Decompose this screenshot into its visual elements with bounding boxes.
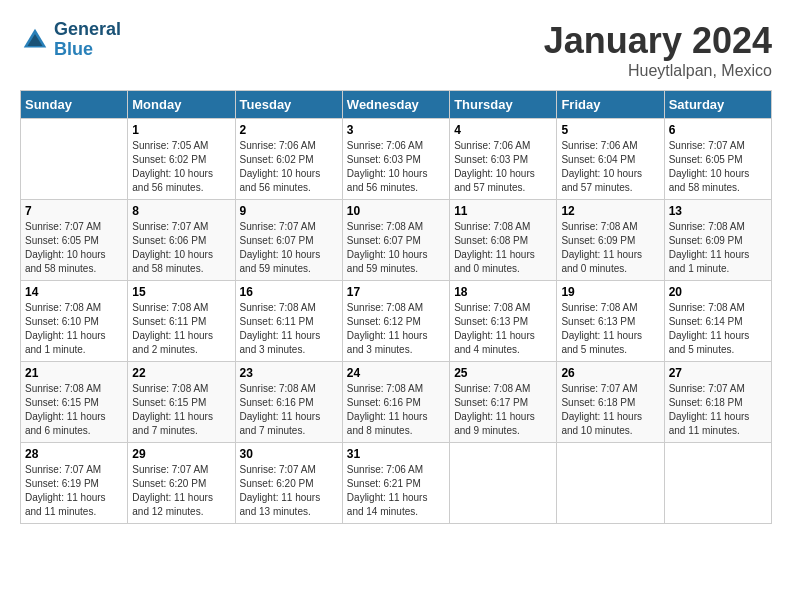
- weekday-header: Wednesday: [342, 91, 449, 119]
- day-number: 6: [669, 123, 767, 137]
- calendar-week-row: 28Sunrise: 7:07 AM Sunset: 6:19 PM Dayli…: [21, 443, 772, 524]
- day-info: Sunrise: 7:07 AM Sunset: 6:19 PM Dayligh…: [25, 463, 123, 519]
- day-number: 26: [561, 366, 659, 380]
- calendar-cell: 23Sunrise: 7:08 AM Sunset: 6:16 PM Dayli…: [235, 362, 342, 443]
- calendar-cell: 4Sunrise: 7:06 AM Sunset: 6:03 PM Daylig…: [450, 119, 557, 200]
- day-number: 28: [25, 447, 123, 461]
- day-info: Sunrise: 7:08 AM Sunset: 6:17 PM Dayligh…: [454, 382, 552, 438]
- calendar-cell: 19Sunrise: 7:08 AM Sunset: 6:13 PM Dayli…: [557, 281, 664, 362]
- day-number: 5: [561, 123, 659, 137]
- calendar-cell: 13Sunrise: 7:08 AM Sunset: 6:09 PM Dayli…: [664, 200, 771, 281]
- day-number: 13: [669, 204, 767, 218]
- day-info: Sunrise: 7:08 AM Sunset: 6:14 PM Dayligh…: [669, 301, 767, 357]
- calendar-cell: 21Sunrise: 7:08 AM Sunset: 6:15 PM Dayli…: [21, 362, 128, 443]
- day-number: 31: [347, 447, 445, 461]
- day-info: Sunrise: 7:07 AM Sunset: 6:18 PM Dayligh…: [669, 382, 767, 438]
- day-number: 15: [132, 285, 230, 299]
- day-info: Sunrise: 7:08 AM Sunset: 6:09 PM Dayligh…: [669, 220, 767, 276]
- day-number: 24: [347, 366, 445, 380]
- calendar-week-row: 21Sunrise: 7:08 AM Sunset: 6:15 PM Dayli…: [21, 362, 772, 443]
- calendar-cell: 7Sunrise: 7:07 AM Sunset: 6:05 PM Daylig…: [21, 200, 128, 281]
- page-subtitle: Hueytlalpan, Mexico: [544, 62, 772, 80]
- calendar-cell: 2Sunrise: 7:06 AM Sunset: 6:02 PM Daylig…: [235, 119, 342, 200]
- day-info: Sunrise: 7:06 AM Sunset: 6:21 PM Dayligh…: [347, 463, 445, 519]
- weekday-header: Monday: [128, 91, 235, 119]
- day-info: Sunrise: 7:08 AM Sunset: 6:11 PM Dayligh…: [240, 301, 338, 357]
- calendar-cell: 11Sunrise: 7:08 AM Sunset: 6:08 PM Dayli…: [450, 200, 557, 281]
- day-number: 29: [132, 447, 230, 461]
- calendar-cell: 22Sunrise: 7:08 AM Sunset: 6:15 PM Dayli…: [128, 362, 235, 443]
- calendar-cell: 5Sunrise: 7:06 AM Sunset: 6:04 PM Daylig…: [557, 119, 664, 200]
- day-number: 11: [454, 204, 552, 218]
- day-number: 7: [25, 204, 123, 218]
- calendar-cell: [450, 443, 557, 524]
- day-number: 27: [669, 366, 767, 380]
- weekday-header-row: SundayMondayTuesdayWednesdayThursdayFrid…: [21, 91, 772, 119]
- day-info: Sunrise: 7:06 AM Sunset: 6:03 PM Dayligh…: [347, 139, 445, 195]
- weekday-header: Sunday: [21, 91, 128, 119]
- day-number: 8: [132, 204, 230, 218]
- day-info: Sunrise: 7:07 AM Sunset: 6:20 PM Dayligh…: [240, 463, 338, 519]
- calendar-week-row: 1Sunrise: 7:05 AM Sunset: 6:02 PM Daylig…: [21, 119, 772, 200]
- calendar-cell: 31Sunrise: 7:06 AM Sunset: 6:21 PM Dayli…: [342, 443, 449, 524]
- day-info: Sunrise: 7:08 AM Sunset: 6:11 PM Dayligh…: [132, 301, 230, 357]
- calendar-cell: 16Sunrise: 7:08 AM Sunset: 6:11 PM Dayli…: [235, 281, 342, 362]
- weekday-header: Saturday: [664, 91, 771, 119]
- day-number: 4: [454, 123, 552, 137]
- day-number: 22: [132, 366, 230, 380]
- day-info: Sunrise: 7:06 AM Sunset: 6:03 PM Dayligh…: [454, 139, 552, 195]
- day-info: Sunrise: 7:05 AM Sunset: 6:02 PM Dayligh…: [132, 139, 230, 195]
- day-info: Sunrise: 7:08 AM Sunset: 6:09 PM Dayligh…: [561, 220, 659, 276]
- calendar-cell: 28Sunrise: 7:07 AM Sunset: 6:19 PM Dayli…: [21, 443, 128, 524]
- day-info: Sunrise: 7:08 AM Sunset: 6:16 PM Dayligh…: [347, 382, 445, 438]
- calendar-cell: 20Sunrise: 7:08 AM Sunset: 6:14 PM Dayli…: [664, 281, 771, 362]
- day-info: Sunrise: 7:08 AM Sunset: 6:10 PM Dayligh…: [25, 301, 123, 357]
- calendar-cell: 12Sunrise: 7:08 AM Sunset: 6:09 PM Dayli…: [557, 200, 664, 281]
- day-number: 12: [561, 204, 659, 218]
- calendar-cell: 29Sunrise: 7:07 AM Sunset: 6:20 PM Dayli…: [128, 443, 235, 524]
- title-block: January 2024 Hueytlalpan, Mexico: [544, 20, 772, 80]
- weekday-header: Tuesday: [235, 91, 342, 119]
- calendar-cell: [664, 443, 771, 524]
- day-info: Sunrise: 7:08 AM Sunset: 6:07 PM Dayligh…: [347, 220, 445, 276]
- calendar-cell: 26Sunrise: 7:07 AM Sunset: 6:18 PM Dayli…: [557, 362, 664, 443]
- day-info: Sunrise: 7:07 AM Sunset: 6:20 PM Dayligh…: [132, 463, 230, 519]
- day-number: 23: [240, 366, 338, 380]
- day-info: Sunrise: 7:07 AM Sunset: 6:05 PM Dayligh…: [25, 220, 123, 276]
- calendar-cell: 27Sunrise: 7:07 AM Sunset: 6:18 PM Dayli…: [664, 362, 771, 443]
- calendar-cell: 17Sunrise: 7:08 AM Sunset: 6:12 PM Dayli…: [342, 281, 449, 362]
- day-info: Sunrise: 7:07 AM Sunset: 6:05 PM Dayligh…: [669, 139, 767, 195]
- day-number: 21: [25, 366, 123, 380]
- calendar-cell: 6Sunrise: 7:07 AM Sunset: 6:05 PM Daylig…: [664, 119, 771, 200]
- day-number: 18: [454, 285, 552, 299]
- calendar-cell: 3Sunrise: 7:06 AM Sunset: 6:03 PM Daylig…: [342, 119, 449, 200]
- calendar-cell: 1Sunrise: 7:05 AM Sunset: 6:02 PM Daylig…: [128, 119, 235, 200]
- calendar-week-row: 14Sunrise: 7:08 AM Sunset: 6:10 PM Dayli…: [21, 281, 772, 362]
- logo: General Blue: [20, 20, 121, 60]
- calendar-cell: 30Sunrise: 7:07 AM Sunset: 6:20 PM Dayli…: [235, 443, 342, 524]
- day-info: Sunrise: 7:08 AM Sunset: 6:08 PM Dayligh…: [454, 220, 552, 276]
- calendar-cell: 9Sunrise: 7:07 AM Sunset: 6:07 PM Daylig…: [235, 200, 342, 281]
- day-number: 16: [240, 285, 338, 299]
- day-number: 17: [347, 285, 445, 299]
- logo-icon: [20, 25, 50, 55]
- page-title: January 2024: [544, 20, 772, 62]
- day-number: 9: [240, 204, 338, 218]
- day-info: Sunrise: 7:08 AM Sunset: 6:13 PM Dayligh…: [561, 301, 659, 357]
- weekday-header: Thursday: [450, 91, 557, 119]
- calendar-table: SundayMondayTuesdayWednesdayThursdayFrid…: [20, 90, 772, 524]
- calendar-week-row: 7Sunrise: 7:07 AM Sunset: 6:05 PM Daylig…: [21, 200, 772, 281]
- calendar-cell: [21, 119, 128, 200]
- day-number: 30: [240, 447, 338, 461]
- day-info: Sunrise: 7:08 AM Sunset: 6:12 PM Dayligh…: [347, 301, 445, 357]
- weekday-header: Friday: [557, 91, 664, 119]
- calendar-cell: 15Sunrise: 7:08 AM Sunset: 6:11 PM Dayli…: [128, 281, 235, 362]
- day-info: Sunrise: 7:08 AM Sunset: 6:13 PM Dayligh…: [454, 301, 552, 357]
- calendar-cell: [557, 443, 664, 524]
- day-number: 14: [25, 285, 123, 299]
- day-number: 25: [454, 366, 552, 380]
- calendar-cell: 14Sunrise: 7:08 AM Sunset: 6:10 PM Dayli…: [21, 281, 128, 362]
- day-number: 19: [561, 285, 659, 299]
- calendar-cell: 24Sunrise: 7:08 AM Sunset: 6:16 PM Dayli…: [342, 362, 449, 443]
- day-info: Sunrise: 7:07 AM Sunset: 6:06 PM Dayligh…: [132, 220, 230, 276]
